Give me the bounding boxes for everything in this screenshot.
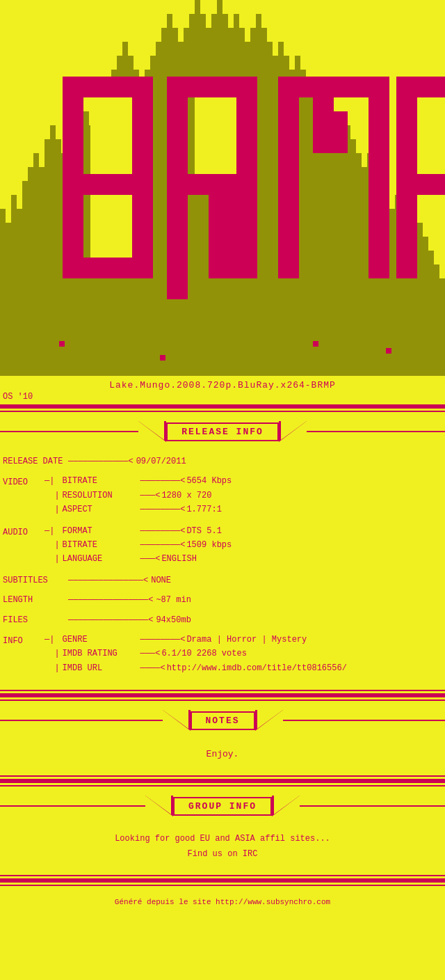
svg-rect-56 [306,84,312,376]
svg-rect-49 [267,42,273,376]
notes-notch-right-icon [255,710,283,731]
audio-language-row: LANGUAGE ———< ENGLISH [63,552,442,566]
svg-rect-96 [278,77,299,278]
video-resolution-value: 1280 x 720 [161,489,211,503]
group-info-title: GROUP INFO [173,797,272,816]
svg-rect-89 [90,195,132,258]
info-imdb-url-value: http://www.imdb.com/title/tt0816556/ [167,661,347,675]
info-imdb-url-row: IMDB URL ————< http://www.imdb.com/title… [63,661,442,675]
svg-rect-11 [56,139,61,376]
svg-rect-109 [386,348,391,354]
notes-title: NOTES [191,711,255,730]
length-dashes: ————————————————< [68,593,153,607]
svg-rect-64 [350,139,356,376]
top-divider-thick [0,404,445,409]
files-row: FILES ————————————————< 94x50mb [3,613,442,627]
release-info-title: RELEASE INFO [166,422,279,441]
group-info-header: GROUP INFO [0,789,445,821]
audio-language-value: ENGLISH [161,552,196,566]
info-genre-label: GENRE [63,633,139,647]
info-imdb-rating-label: IMDB RATING [63,647,139,661]
svg-rect-65 [356,153,362,376]
audio-bitrate-value: 1509 kbps [186,538,232,552]
svg-rect-62 [339,139,345,376]
audio-bitrate-row: BITRATE ————————< 1509 kbps [63,538,442,552]
svg-rect-50 [273,56,278,376]
video-bitrate-label: BITRATE [63,474,139,488]
svg-rect-80 [439,278,445,376]
svg-rect-16 [83,111,89,376]
svg-rect-83 [63,174,153,195]
video-rows: BITRATE ————————< 5654 Kbps RESOLUTION —… [63,474,442,516]
svg-rect-107 [160,355,165,361]
svg-rect-5 [22,181,28,376]
audio-bitrate-label: BITRATE [63,538,139,552]
divider-2-thin [0,775,445,777]
notes-line-left [0,720,163,721]
svg-rect-86 [132,97,153,174]
info-imdb-rating-value: 6.1/10 2268 votes [161,647,246,661]
info-rows: GENRE ————————< Drama | Horror | Mystery… [63,633,442,675]
audio-connector: —| | | [44,524,60,567]
audio-format-label: FORMAT [63,524,139,538]
svg-rect-95 [209,195,257,278]
release-info-content: RELEASE DATE ————————————< 09/07/2011 VI… [0,446,445,688]
svg-rect-76 [417,223,423,376]
svg-rect-77 [423,237,428,376]
notes-text: Enjoy. [207,749,239,759]
divider-1-thin2 [0,700,445,701]
divider-2-thin2 [0,785,445,787]
video-resolution-row: RESOLUTION ———< 1280 x 720 [63,489,442,503]
svg-rect-6 [28,167,33,376]
video-bitrate-row: BITRATE ————————< 5654 Kbps [63,474,442,488]
divider-3-thin2 [0,885,445,886]
svg-rect-66 [362,167,367,376]
subtitles-dashes: ———————————————< [68,574,148,587]
filename-title: Lake.Mungo.2008.720p.BluRay.x264-BRMP [0,376,445,392]
svg-rect-90 [167,77,257,97]
svg-rect-1 [0,209,6,376]
files-label: FILES [3,613,65,627]
divider-2-thick [0,779,445,783]
group-line-left [0,805,145,807]
svg-rect-108 [313,341,318,347]
divider-1-thick [0,693,445,697]
svg-rect-3 [11,195,17,376]
video-resolution-label: RESOLUTION [63,489,139,503]
notes-header: NOTES [0,703,445,735]
svg-rect-87 [132,195,153,258]
info-group: INFO —| | | GENRE ————————< Drama | Horr… [3,633,442,675]
notes-section: NOTES Enjoy. [0,703,445,773]
svg-rect-61 [334,125,339,376]
svg-rect-97 [369,77,389,278]
length-value: ~87 min [156,593,191,607]
svg-rect-92 [167,174,257,195]
svg-rect-7 [33,153,39,376]
info-label: INFO [3,633,44,648]
release-date-row: RELEASE DATE ————————————< 09/07/2011 [3,455,442,468]
release-date-label: RELEASE DATE [3,455,65,468]
info-imdb-url-label: IMDB URL [63,661,139,675]
svg-rect-63 [345,125,350,376]
svg-rect-91 [167,97,188,299]
audio-group: AUDIO —| | | FORMAT ————————< DTS 5.1 BI… [3,524,442,567]
subtitles-label: SUBTITLES [3,574,65,587]
svg-rect-105 [424,97,445,174]
video-connector: —| | | [44,474,60,516]
svg-rect-103 [396,174,445,195]
release-date-value: 09/07/2011 [136,455,186,468]
notes-content: Enjoy. [0,735,445,773]
footer-text: Généré depuis le site http://www.subsync… [115,898,330,906]
length-label: LENGTH [3,593,65,607]
header-line-left [0,431,138,432]
audio-format-value: DTS 5.1 [186,524,221,538]
files-dashes: ————————————————< [68,613,153,627]
svg-rect-4 [17,209,22,376]
subtitles-value: NONE [151,574,171,587]
group-info-line2: Find us on IRC [14,847,431,862]
audio-format-row: FORMAT ————————< DTS 5.1 [63,524,442,538]
svg-rect-99 [313,97,334,153]
header-line-right [307,431,445,432]
notch-left-icon [138,421,166,442]
svg-rect-78 [428,251,434,376]
